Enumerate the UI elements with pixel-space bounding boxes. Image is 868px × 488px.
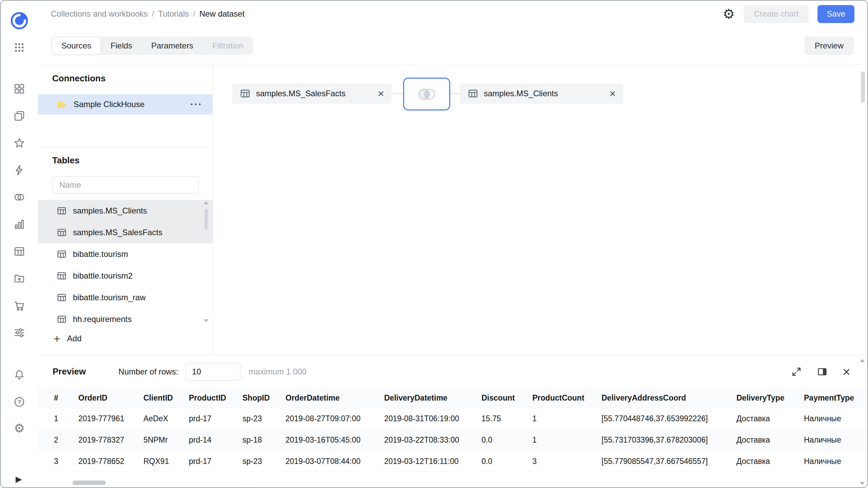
- play-icon[interactable]: [16, 474, 22, 484]
- close-preview-icon[interactable]: [843, 365, 850, 379]
- cell: 15.75: [481, 414, 532, 423]
- help-icon[interactable]: ?: [13, 395, 26, 409]
- connection-item-sample-clickhouse[interactable]: Sample ClickHouse: [38, 94, 213, 115]
- panel-divider: [38, 147, 213, 147]
- sliders-icon[interactable]: [13, 326, 26, 340]
- table-list-item[interactable]: samples.MS_Clients: [38, 200, 213, 222]
- collections-stacked-icon[interactable]: [13, 109, 26, 123]
- cell: sp-23: [242, 457, 285, 466]
- column-header: Discount: [481, 393, 532, 403]
- table-icon: [57, 314, 67, 324]
- table-name: hh.requirements: [73, 314, 132, 324]
- column-header: ProductCount: [532, 393, 601, 403]
- breadcrumb-current-page: New dataset: [199, 9, 244, 19]
- breadcrumb-tutorials[interactable]: Tutorials: [158, 9, 189, 19]
- preview-scroll-up-arrow[interactable]: [860, 359, 865, 362]
- table-grid-icon[interactable]: [13, 245, 26, 258]
- table-icon: [57, 271, 67, 281]
- cart-icon[interactable]: [13, 299, 26, 312]
- settings-gear-icon[interactable]: [723, 7, 735, 21]
- horizontal-scrollbar-thumb[interactable]: [73, 481, 106, 485]
- sources-side-panel: Connections Sample ClickHouse Tables sam…: [38, 64, 213, 355]
- cell: Наличные: [804, 414, 867, 423]
- breadcrumb-separator: [193, 9, 195, 19]
- cell: prd-17: [189, 457, 242, 466]
- table-icon: [57, 206, 67, 216]
- table-list-item[interactable]: bibattle.tourism2: [38, 265, 213, 287]
- rows-count-input[interactable]: [185, 363, 240, 381]
- cell: 2019-08-31T06:19:00: [384, 414, 481, 423]
- source-chip-salesfacts[interactable]: samples.MS_SalesFacts: [232, 83, 392, 104]
- breadcrumb: Collections and workbooks Tutorials New …: [51, 9, 244, 19]
- star-icon[interactable]: [13, 136, 26, 150]
- cell: Доставка: [736, 435, 804, 445]
- add-label: Add: [67, 334, 82, 343]
- cell: sp-18: [242, 435, 285, 445]
- datalens-logo-icon[interactable]: [9, 11, 29, 30]
- inner-join-icon: [416, 86, 438, 102]
- apps-grid-icon[interactable]: [13, 41, 26, 54]
- preview-actions: [791, 365, 850, 379]
- connection-more-menu-icon[interactable]: [190, 99, 202, 109]
- expand-preview-icon[interactable]: [791, 366, 802, 377]
- column-header: DeliveryType: [736, 393, 804, 403]
- column-header: DeliveryDatetime: [384, 393, 481, 403]
- create-chart-button: Create chart: [744, 5, 809, 23]
- dashboards-icon[interactable]: [13, 82, 26, 96]
- column-header: DeliveryAddressCoord: [601, 393, 736, 403]
- preview-title: Preview: [53, 366, 86, 377]
- cell: 2019-778652: [78, 457, 143, 466]
- clickhouse-icon: [57, 99, 67, 109]
- list-scroll-down-arrow[interactable]: [204, 319, 209, 322]
- tab-sources[interactable]: Sources: [52, 37, 101, 55]
- table-list-item[interactable]: bibattle.tourism_raw: [38, 287, 213, 308]
- column-header: OrderID: [78, 393, 143, 403]
- remove-source-icon[interactable]: [609, 88, 616, 99]
- cell: [55.779085547,37.667546557]: [601, 457, 736, 466]
- save-button[interactable]: Save: [817, 5, 854, 23]
- cell: 1: [532, 414, 601, 423]
- list-scroll-up-arrow[interactable]: [204, 201, 209, 204]
- table-icon: [57, 249, 67, 259]
- folder-upload-icon[interactable]: [13, 272, 26, 285]
- cell: 0.0: [481, 457, 532, 466]
- tables-list: samples.MS_Clients samples.MS_SalesFacts…: [38, 200, 213, 330]
- cell: Наличные: [804, 435, 867, 445]
- remove-source-icon[interactable]: [378, 88, 384, 99]
- table-list-item[interactable]: bibattle.tourism: [38, 243, 213, 265]
- table-name: bibattle.tourism_raw: [73, 293, 146, 302]
- cell: [55.731703396,37.678203006]: [601, 435, 736, 445]
- canvas-scrollbar-thumb[interactable]: [861, 72, 865, 103]
- breadcrumb-separator: [152, 9, 154, 19]
- list-scrollbar-thumb[interactable]: [204, 209, 208, 230]
- tab-parameters[interactable]: Parameters: [142, 37, 203, 55]
- table-list-item[interactable]: samples.MS_SalesFacts: [38, 222, 213, 243]
- cell: 2019-03-07T08:44:00: [285, 457, 384, 466]
- table-search-input[interactable]: [52, 176, 199, 194]
- tab-filtration: Filtration: [203, 37, 253, 55]
- breadcrumb-collections[interactable]: Collections and workbooks: [51, 9, 147, 19]
- table-icon: [57, 292, 67, 303]
- svg-text:?: ?: [18, 399, 21, 405]
- preview-scroll-down-arrow[interactable]: [860, 482, 865, 485]
- bar-chart-icon[interactable]: [13, 218, 26, 231]
- join-connector-line: [450, 93, 461, 94]
- dataset-tabs: Sources Fields Parameters Filtration: [52, 37, 253, 55]
- join-node[interactable]: [403, 78, 450, 110]
- lightning-icon[interactable]: [13, 163, 26, 177]
- cell: 1: [532, 435, 601, 445]
- column-header: #: [54, 393, 78, 403]
- split-view-icon[interactable]: [817, 366, 828, 377]
- table-list-item[interactable]: hh.requirements: [38, 308, 213, 330]
- cell: prd-17: [189, 414, 242, 423]
- venn-circles-icon[interactable]: [13, 190, 26, 204]
- table-row: 3 2019-778652 RQX91 prd-17 sp-23 2019-03…: [38, 451, 867, 472]
- source-chip-clients[interactable]: samples.MS_Clients: [460, 83, 623, 104]
- add-table-button[interactable]: Add: [54, 333, 82, 344]
- table-name: bibattle.tourism2: [73, 271, 133, 281]
- bell-icon[interactable]: [13, 368, 26, 382]
- tab-fields[interactable]: Fields: [101, 37, 142, 55]
- gear-icon[interactable]: [13, 422, 26, 435]
- cell: 2: [54, 435, 78, 445]
- preview-toggle-button[interactable]: Preview: [805, 37, 854, 55]
